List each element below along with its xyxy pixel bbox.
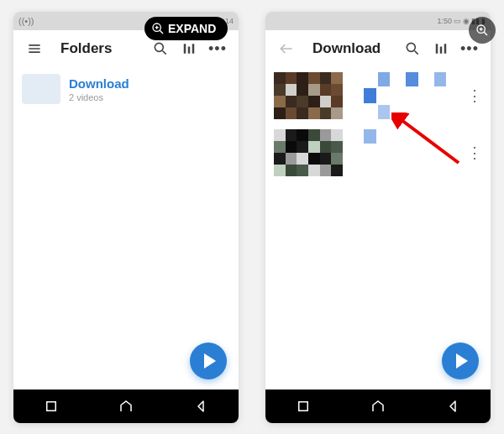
zoom-in-icon xyxy=(475,24,489,37)
zoom-in-icon xyxy=(151,22,165,35)
svg-line-12 xyxy=(163,51,166,55)
page-title: Folders xyxy=(60,40,112,57)
play-fab[interactable] xyxy=(442,342,479,379)
item-more-button[interactable]: ⋮ xyxy=(467,86,482,105)
folder-name: Download xyxy=(69,76,129,91)
search-icon xyxy=(404,40,421,57)
navigation-bar xyxy=(265,390,491,423)
hamburger-icon xyxy=(26,40,43,57)
video-thumbnail xyxy=(274,129,343,176)
recent-apps-button[interactable] xyxy=(44,399,59,414)
search-icon xyxy=(152,40,169,57)
broadcast-icon: ((•)) xyxy=(18,16,34,26)
video-thumbnail xyxy=(274,72,343,119)
status-bar: 1:50 ▭ ◉ ▮▮ ▮ xyxy=(265,12,491,30)
back-button[interactable] xyxy=(193,399,208,414)
cast-icon: ▭ xyxy=(454,17,461,25)
screenshot-left: ((•)) 9:14 Folders ••• Download 2 videos xyxy=(13,12,239,423)
play-fab[interactable] xyxy=(190,342,227,379)
play-icon xyxy=(456,353,468,369)
annotation-arrow-icon xyxy=(391,112,467,171)
recent-apps-button[interactable] xyxy=(296,399,311,414)
home-button[interactable] xyxy=(118,399,134,414)
equalizer-icon xyxy=(181,40,197,57)
navigation-bar xyxy=(13,390,239,423)
svg-point-18 xyxy=(407,43,415,51)
toolbar: Download ••• xyxy=(265,30,491,67)
more-horizontal-icon: ••• xyxy=(208,40,227,58)
expand-label: EXPAND xyxy=(168,22,216,35)
page-title: Download xyxy=(312,40,381,57)
svg-line-1 xyxy=(160,30,163,34)
zoom-button[interactable] xyxy=(469,17,496,44)
wifi-icon: ◉ xyxy=(463,17,470,25)
content-area: Download 2 videos xyxy=(13,67,239,390)
view-toggle-button[interactable] xyxy=(427,34,455,63)
play-icon xyxy=(204,353,216,369)
equalizer-icon xyxy=(433,40,449,57)
folder-row-download[interactable]: Download 2 videos xyxy=(13,67,239,111)
item-more-button[interactable]: ⋮ xyxy=(467,144,482,162)
home-button[interactable] xyxy=(370,399,386,414)
folder-meta: 2 videos xyxy=(69,92,129,102)
svg-rect-24 xyxy=(298,402,307,411)
screenshot-right: 1:50 ▭ ◉ ▮▮ ▮ Download ••• xyxy=(265,12,491,423)
arrow-left-icon xyxy=(278,40,295,57)
search-button[interactable] xyxy=(398,34,427,63)
folder-icon xyxy=(22,74,60,104)
back-arrow-button[interactable] xyxy=(272,34,301,63)
content-area: ⋮ ⋮ xyxy=(265,67,491,390)
svg-point-11 xyxy=(155,43,163,51)
svg-line-23 xyxy=(398,118,459,163)
svg-line-5 xyxy=(484,32,487,35)
svg-line-19 xyxy=(415,51,418,55)
status-time: 1:50 xyxy=(437,17,452,25)
expand-button[interactable]: EXPAND xyxy=(144,17,228,40)
menu-button[interactable] xyxy=(20,34,49,63)
svg-rect-16 xyxy=(46,402,55,411)
back-button[interactable] xyxy=(445,399,460,414)
